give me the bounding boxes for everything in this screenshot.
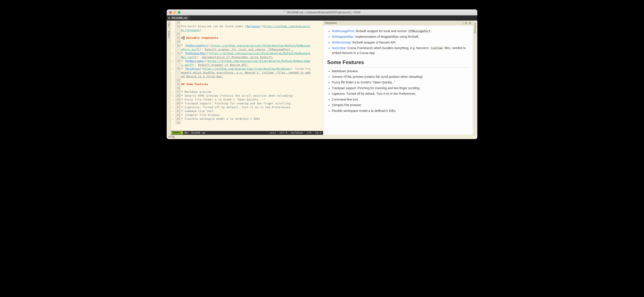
code-text[interactable] xyxy=(181,121,323,125)
features-heading: Some Features xyxy=(327,58,469,67)
editor-line[interactable]: ⚠30* [RxMessagePort](https://github.com/… xyxy=(171,44,323,48)
editor-line[interactable]: ⚠44* Flexible workspace model a la JetBr… xyxy=(171,117,323,121)
code-text[interactable]: * [RxMsgpackRpc](https://github.com/qvac… xyxy=(181,52,323,55)
side-tab-markdown[interactable]: Markdown xyxy=(473,20,477,35)
line-number: 31 xyxy=(175,52,181,55)
list-item: Command line tool. xyxy=(332,97,469,102)
editor-line[interactable]: mr/releases). xyxy=(171,28,323,32)
preview-link[interactable]: RxMsgpackRpc xyxy=(332,35,354,38)
features-list: Markdown previewGeneric HTML preview (re… xyxy=(327,69,469,113)
warning-icon: ⚠ xyxy=(171,117,175,121)
code-text[interactable]: * Trackpad support: Pinching for zooming… xyxy=(181,102,323,106)
titlebar[interactable]: README.md = (/Volumes/ExternalSSD/Projec… xyxy=(167,10,477,16)
editor-line[interactable]: ed Neovim in a Cocoa App. xyxy=(171,74,323,78)
file-indicator: README.md xyxy=(190,131,207,134)
preview-link[interactable]: RxNeovimApi xyxy=(332,41,351,44)
code-text[interactable]: * Markdown preview xyxy=(181,90,323,94)
warning-icon xyxy=(171,55,175,59)
line-number: 40 xyxy=(175,102,181,106)
code-text[interactable]: * [RxMessagePort](https://github.com/qva… xyxy=(181,44,323,48)
list-item: Flexible workspace model a la JetBrain's… xyxy=(332,108,469,113)
editor-line[interactable]: Rpc.swift): implementation of MsgpackRpc… xyxy=(171,55,323,59)
editor-line[interactable]: 29 xyxy=(171,40,323,44)
code-text[interactable] xyxy=(181,20,323,24)
editor-line[interactable]: ⚠43* (Simple) File browser xyxy=(171,113,323,117)
editor-line[interactable]: ⚠41* Ligatures: Turned off by default. T… xyxy=(171,106,323,109)
editor-line[interactable]: ⚠31* [RxMsgpackRpc](https://github.com/q… xyxy=(171,52,323,55)
line-number: 28 xyxy=(175,36,181,40)
warning-icon: ⚠ xyxy=(171,98,175,102)
side-tab-buffers[interactable]: Buffers xyxy=(167,29,171,40)
code-text[interactable]: * Ligatures: Turned off by default. Turn… xyxy=(181,106,323,109)
editor-line[interactable]: i.swift): RxSwift wrapper of Neovim API. xyxy=(171,63,323,67)
preview-link[interactable]: NvimView xyxy=(332,46,346,50)
editor-line[interactable]: ⚠38* Generic HTML preview (retains the s… xyxy=(171,94,323,98)
editor-line[interactable]: ⚠37* Markdown preview xyxy=(171,90,323,94)
editor-line[interactable]: ⚠32* [RxNeovimApi](https://github.com/qv… xyxy=(171,59,323,63)
code-text[interactable] xyxy=(181,40,323,44)
close-preview-icon[interactable]: ⊗ xyxy=(469,21,471,25)
editor-line[interactable]: 27 xyxy=(171,32,323,36)
code-text[interactable]: * Flexible workspace model a la JetBrain… xyxy=(181,117,323,121)
code-text[interactable]: i.swift): RxSwift wrapper of Neovim API. xyxy=(181,63,323,67)
code-text[interactable]: mr/releases). xyxy=(181,28,323,32)
editor-line[interactable]: 45 xyxy=(171,121,323,125)
editor-line[interactable]: 26Pre-built binaries can be found under … xyxy=(171,24,323,28)
zoom-icon[interactable] xyxy=(178,11,180,14)
editor-line[interactable]: 34 xyxy=(171,78,323,82)
line-number xyxy=(175,71,181,74)
code-text[interactable]: * [RxNeovimApi](https://github.com/qvacu… xyxy=(181,59,323,63)
markdown-preview-pane: Markdown | ⚙ ⊗ RxMessagePort: RxSwift wr… xyxy=(323,20,473,135)
code-text[interactable]: * Generic HTML preview (retains the scro… xyxy=(181,94,323,98)
warning-icon xyxy=(171,40,175,44)
editor-line[interactable]: ⚠39* Fuzzy file finder a la Xcode's "Ope… xyxy=(171,98,323,102)
editor-line[interactable]: ⚠33* [NvimView](https://github.com/qvacu… xyxy=(171,67,323,71)
preview-link[interactable]: RxMessagePort xyxy=(332,29,354,33)
code-text[interactable]: ## Some Features xyxy=(181,82,323,86)
list-item: RxMsgpackRpc: implementation of MsgpackR… xyxy=(332,34,469,39)
editor-line[interactable]: 35## Some Features xyxy=(171,82,323,86)
editor-line[interactable]: 28## Reusable Components xyxy=(171,36,323,40)
editor-line[interactable]: ⚠40* Trackpad support: Pinching for zoom… xyxy=(171,102,323,106)
warning-icon xyxy=(171,121,175,125)
warning-icon xyxy=(171,82,175,86)
list-item: Fuzzy file finder a la Xcode's "Open Qui… xyxy=(332,80,469,85)
editor-line[interactable]: 25 xyxy=(171,20,323,24)
code-text[interactable]: * (Simple) File browser xyxy=(181,113,323,117)
line-number: 43 xyxy=(175,113,181,117)
warning-icon xyxy=(171,78,175,82)
code-text[interactable]: * Command line tool. xyxy=(181,109,323,113)
code-text[interactable]: Rpc.swift): implementation of MsgpackRpc… xyxy=(181,55,323,59)
warning-icon xyxy=(171,24,175,28)
warning-icon: ⚠ xyxy=(171,44,175,48)
editor-line[interactable]: ePort.swift): RxSwift wrapper for local … xyxy=(171,48,323,52)
warning-icon xyxy=(171,48,175,52)
code-text[interactable] xyxy=(181,78,323,82)
side-tab-files[interactable]: Files xyxy=(167,20,171,29)
code-text[interactable]: * Fuzzy file finder a la Xcode's "Open Q… xyxy=(181,98,323,102)
editor-body[interactable]: 25 26Pre-built binaries can be found und… xyxy=(171,20,323,131)
code-text[interactable]: mework which bundles everything, e.g. Ne… xyxy=(181,71,323,74)
fileformat: unix xyxy=(268,131,278,134)
tab-readme[interactable]: ✕ README.md xyxy=(167,16,190,20)
code-text[interactable] xyxy=(181,32,323,36)
close-tab-icon[interactable]: ✕ xyxy=(168,16,170,20)
editor-line[interactable]: 36 xyxy=(171,86,323,90)
code-text[interactable]: Pre-built binaries can be found under [R… xyxy=(181,24,323,28)
editor-line[interactable]: ⚠42* Command line tool. xyxy=(171,109,323,113)
code-text[interactable]: * [NvimView](https://github.com/qvacua/v… xyxy=(181,67,323,71)
code-text[interactable] xyxy=(181,86,323,90)
window-title-text: README.md = (/Volumes/ExternalSSD/Projec… xyxy=(287,11,360,14)
code-text[interactable]: ed Neovim in a Cocoa App. xyxy=(181,74,323,78)
preview-body[interactable]: RxMessagePort: RxSwift wrapper for local… xyxy=(323,25,473,135)
code-text[interactable]: ePort.swift): RxSwift wrapper for local … xyxy=(181,48,323,52)
line-number: 33 xyxy=(175,67,181,71)
footer-bar: HTML xyxy=(167,135,477,139)
minimize-icon[interactable] xyxy=(174,11,176,14)
preview-title: Markdown xyxy=(325,22,337,24)
close-icon[interactable] xyxy=(169,11,172,14)
code-text[interactable]: ## Reusable Components xyxy=(181,36,323,40)
footer-label[interactable]: HTML xyxy=(168,136,176,138)
editor-line[interactable]: mework which bundles everything, e.g. Ne… xyxy=(171,71,323,74)
gear-icon[interactable]: ⚙ xyxy=(465,21,468,25)
